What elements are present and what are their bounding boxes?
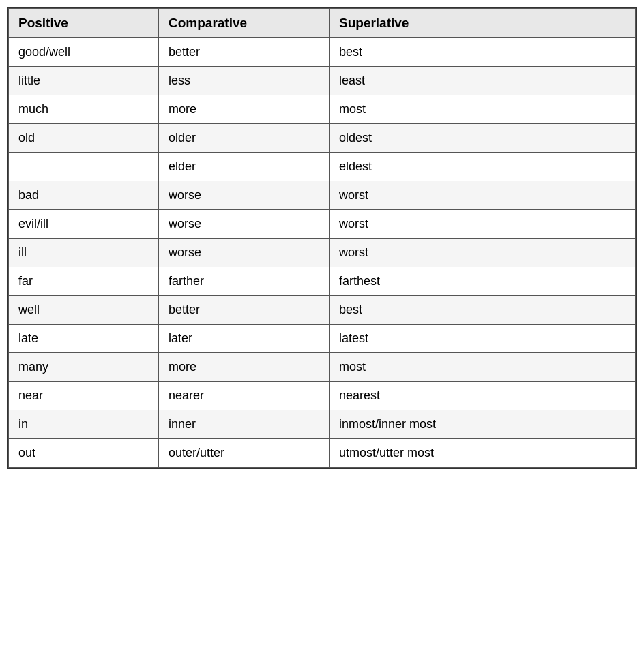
cell-6-2: worst [330, 210, 636, 239]
cell-8-2: farthest [330, 267, 636, 296]
cell-9-1: better [159, 296, 330, 325]
cell-9-0: well [9, 296, 159, 325]
cell-6-0: evil/ill [9, 210, 159, 239]
cell-4-1: elder [159, 153, 330, 181]
cell-8-1: farther [159, 267, 330, 296]
table-row: littlelessleast [9, 67, 636, 95]
cell-2-0: much [9, 95, 159, 124]
cell-4-0 [9, 153, 159, 181]
cell-2-1: more [159, 95, 330, 124]
header-positive: Positive [9, 9, 159, 38]
table-row: outouter/utterutmost/utter most [9, 439, 636, 468]
cell-3-0: old [9, 124, 159, 153]
cell-5-1: worse [159, 181, 330, 210]
cell-12-0: near [9, 382, 159, 410]
adjective-comparison-table: Positive Comparative Superlative good/we… [7, 7, 637, 469]
cell-12-2: nearest [330, 382, 636, 410]
table-row: evil/illworseworst [9, 210, 636, 239]
table-row: latelaterlatest [9, 325, 636, 353]
cell-3-1: older [159, 124, 330, 153]
cell-1-0: little [9, 67, 159, 95]
cell-13-1: inner [159, 410, 330, 439]
cell-12-1: nearer [159, 382, 330, 410]
table-row: muchmoremost [9, 95, 636, 124]
cell-13-0: in [9, 410, 159, 439]
cell-5-2: worst [330, 181, 636, 210]
cell-10-2: latest [330, 325, 636, 353]
cell-4-2: eldest [330, 153, 636, 181]
table-row: oldolderoldest [9, 124, 636, 153]
cell-9-2: best [330, 296, 636, 325]
cell-10-0: late [9, 325, 159, 353]
table-row: farfartherfarthest [9, 267, 636, 296]
table-row: ininnerinmost/inner most [9, 410, 636, 439]
table-row: nearnearernearest [9, 382, 636, 410]
table-row: illworseworst [9, 239, 636, 267]
cell-5-0: bad [9, 181, 159, 210]
table-row: badworseworst [9, 181, 636, 210]
cell-11-2: most [330, 353, 636, 382]
cell-1-1: less [159, 67, 330, 95]
cell-7-2: worst [330, 239, 636, 267]
header-comparative: Comparative [159, 9, 330, 38]
header-superlative: Superlative [330, 9, 636, 38]
cell-13-2: inmost/inner most [330, 410, 636, 439]
cell-6-1: worse [159, 210, 330, 239]
cell-8-0: far [9, 267, 159, 296]
cell-14-0: out [9, 439, 159, 468]
table-row: wellbetterbest [9, 296, 636, 325]
cell-10-1: later [159, 325, 330, 353]
cell-0-2: best [330, 38, 636, 67]
cell-0-0: good/well [9, 38, 159, 67]
cell-7-1: worse [159, 239, 330, 267]
cell-7-0: ill [9, 239, 159, 267]
table-row: eldereldest [9, 153, 636, 181]
cell-0-1: better [159, 38, 330, 67]
cell-1-2: least [330, 67, 636, 95]
cell-14-2: utmost/utter most [330, 439, 636, 468]
cell-3-2: oldest [330, 124, 636, 153]
cell-11-0: many [9, 353, 159, 382]
cell-14-1: outer/utter [159, 439, 330, 468]
table-header-row: Positive Comparative Superlative [9, 9, 636, 38]
cell-2-2: most [330, 95, 636, 124]
table-row: good/wellbetterbest [9, 38, 636, 67]
table-row: manymoremost [9, 353, 636, 382]
cell-11-1: more [159, 353, 330, 382]
